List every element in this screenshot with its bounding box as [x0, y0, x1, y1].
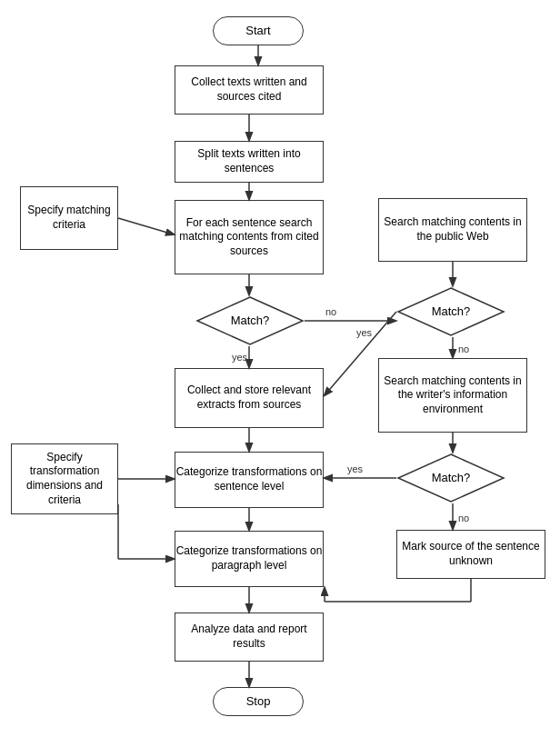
svg-text:Match?: Match?: [432, 471, 471, 484]
mark-unknown-node: Mark source of the sentence unknown: [396, 530, 545, 579]
svg-text:no: no: [325, 306, 336, 317]
stop-node: Stop: [213, 687, 304, 716]
match3-node: Match?: [396, 453, 505, 503]
categorize-sentence-node: Categorize transformations on sentence l…: [175, 452, 324, 508]
svg-text:yes: yes: [356, 327, 373, 338]
collect-texts-node: Collect texts written and sources cited: [175, 65, 324, 115]
match2-node: Match?: [396, 286, 505, 337]
search-writer-node: Search matching contents in the writer's…: [378, 358, 527, 433]
svg-text:no: no: [458, 344, 469, 354]
start-node: Start: [213, 16, 304, 45]
svg-marker-2: [398, 288, 504, 335]
svg-text:Match?: Match?: [432, 304, 471, 318]
categorize-paragraph-node: Categorize transformations on paragraph …: [175, 531, 324, 587]
svg-line-9: [118, 218, 174, 234]
collect-store-node: Collect and store relevant extracts from…: [175, 368, 324, 428]
specify-matching-node: Specify matching criteria: [20, 186, 118, 250]
analyze-node: Analyze data and report results: [175, 613, 324, 662]
flowchart: Start Collect texts written and sources …: [0, 0, 560, 737]
svg-text:Match?: Match?: [231, 314, 270, 327]
svg-text:yes: yes: [232, 352, 248, 363]
split-texts-node: Split texts written into sentences: [175, 141, 324, 183]
match1-node: Match?: [195, 295, 305, 346]
svg-text:yes: yes: [347, 463, 364, 474]
search-cited-node: For each sentence search matching conten…: [175, 200, 324, 274]
svg-marker-4: [398, 454, 504, 502]
svg-text:no: no: [458, 513, 469, 523]
search-web-node: Search matching contents in the public W…: [378, 198, 527, 262]
specify-transform-node: Specify transformation dimensions and cr…: [11, 443, 118, 514]
svg-marker-0: [197, 297, 303, 344]
